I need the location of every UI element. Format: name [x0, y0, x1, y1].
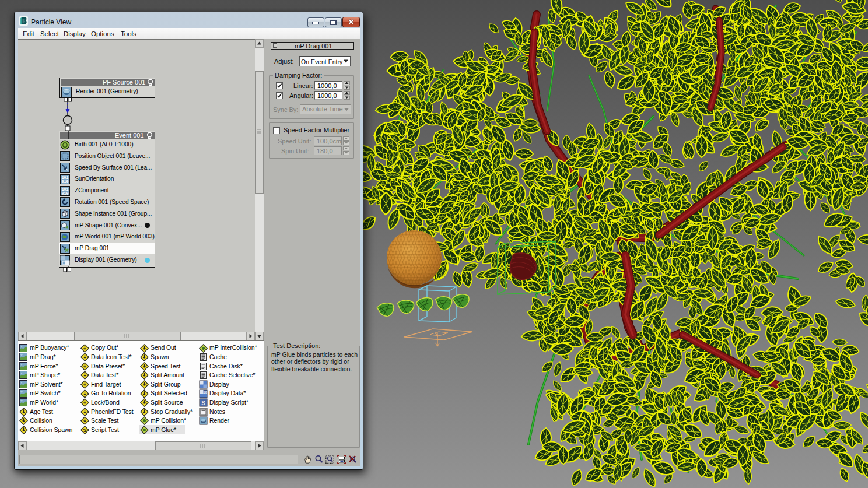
svg-text:010: 010 [62, 180, 69, 184]
svg-text:10: 10 [203, 391, 208, 395]
svg-text:S: S [201, 400, 205, 406]
svg-text:S: S [83, 427, 86, 433]
svg-text:010: 010 [62, 192, 69, 196]
